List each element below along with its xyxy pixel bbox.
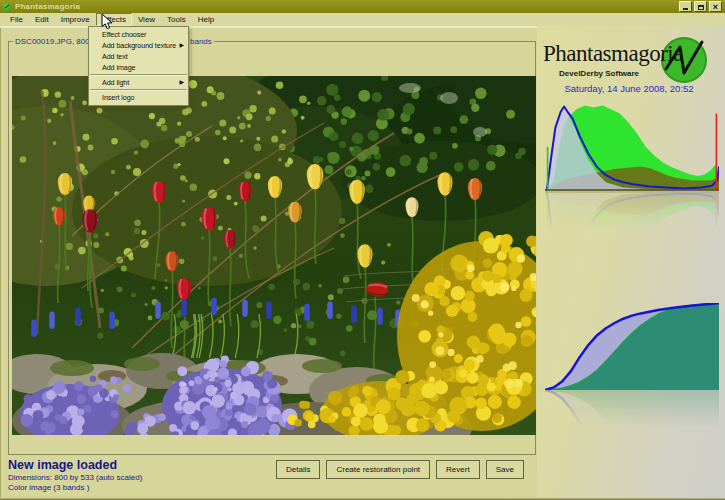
menu-file[interactable]: File — [4, 13, 29, 26]
rgb-histogram-chart — [545, 103, 719, 243]
title-bar[interactable]: Phantasmagoria × — [0, 0, 725, 13]
close-button[interactable]: × — [709, 1, 722, 12]
menu-edit[interactable]: Edit — [29, 13, 55, 26]
menu-item-effect-chooser[interactable]: Effect chooser — [89, 29, 188, 40]
cumulative-reflection — [545, 390, 719, 442]
menu-item-add-text[interactable]: Add text — [89, 51, 188, 62]
menu-separator — [90, 74, 187, 76]
brand-name: Phantasmagoria — [543, 41, 683, 67]
status-headline: New image loaded — [8, 458, 117, 472]
effects-dropdown-menu: Effect chooser Add background texture▶ A… — [88, 26, 189, 106]
menu-item-add-background-texture[interactable]: Add background texture▶ — [89, 40, 188, 51]
menu-help[interactable]: Help — [192, 13, 220, 26]
maximize-icon — [698, 5, 704, 10]
app-logo-icon — [3, 3, 11, 11]
save-button[interactable]: Save — [486, 460, 524, 479]
menu-item-label: Add image — [102, 63, 135, 72]
status-dimensions: Dimensions: 800 by 533 (auto scaled) — [8, 473, 142, 482]
cumulative-histogram-chart — [545, 303, 719, 443]
close-icon: × — [713, 3, 718, 11]
action-button-row: Details Create restoration point Revert … — [276, 460, 524, 479]
histogram-reflection — [545, 191, 719, 243]
application-window: Phantasmagoria × File Edit Improve Effec… — [0, 0, 725, 500]
menu-item-label: Add text — [102, 52, 128, 61]
submenu-arrow-icon: ▶ — [179, 42, 184, 49]
image-frame-label-right: bands — [188, 37, 214, 46]
cumulative-svg — [545, 303, 719, 390]
mouse-cursor-icon — [101, 13, 113, 30]
submenu-arrow-icon: ▶ — [179, 79, 184, 86]
company-name: DevelDerby Software — [559, 69, 639, 78]
menu-item-add-light[interactable]: Add light▶ — [89, 77, 188, 88]
menu-tools[interactable]: Tools — [161, 13, 192, 26]
menu-item-add-image[interactable]: Add image — [89, 62, 188, 73]
cumulative-svg — [545, 390, 719, 442]
menu-item-label: Add light — [102, 78, 129, 87]
menu-item-label: Add background texture — [102, 41, 176, 50]
minimize-icon — [683, 8, 688, 10]
right-panel: Phantasmagoria DevelDerby Software Satur… — [537, 26, 725, 497]
menu-improve[interactable]: Improve — [55, 13, 96, 26]
window-title: Phantasmagoria — [15, 2, 80, 11]
histogram-svg — [545, 103, 719, 191]
histogram-svg — [545, 191, 719, 243]
menu-separator — [90, 89, 187, 91]
details-button[interactable]: Details — [276, 460, 320, 479]
garden-photo — [12, 76, 536, 435]
create-restoration-point-button[interactable]: Create restoration point — [326, 460, 430, 479]
menu-view[interactable]: View — [132, 13, 161, 26]
minimize-button[interactable] — [679, 1, 692, 12]
status-color-info: Color image (3 bands ) — [8, 483, 89, 492]
photo-canvas — [12, 76, 536, 435]
menu-item-label: Insert logo — [102, 93, 134, 102]
revert-button[interactable]: Revert — [436, 460, 480, 479]
menu-item-insert-logo[interactable]: Insert logo — [89, 92, 188, 103]
maximize-button[interactable] — [694, 1, 707, 12]
menu-item-label: Effect chooser — [102, 30, 146, 39]
